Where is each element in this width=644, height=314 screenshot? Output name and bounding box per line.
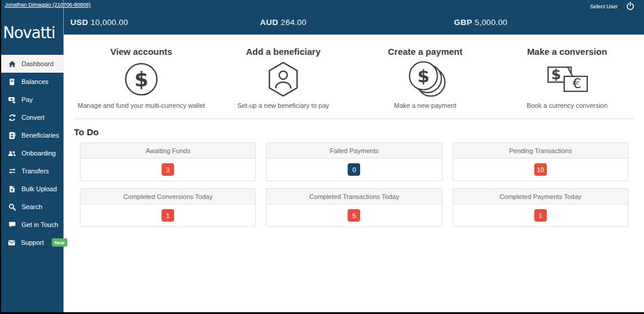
action-title: Make a conversion <box>496 46 638 57</box>
sidebar: Novatti Dashboard Balances Pay Convert B… <box>0 0 64 312</box>
search-icon <box>8 203 16 211</box>
home-icon <box>8 60 16 68</box>
sidebar-item-pay[interactable]: Pay <box>1 91 64 108</box>
svg-text:$: $ <box>552 66 561 82</box>
sidebar-menu: Dashboard Balances Pay Convert Beneficia… <box>1 55 64 251</box>
novatti-logo: Novatti <box>3 24 64 42</box>
sidebar-item-label: Support <box>21 239 44 246</box>
chat-bubble-icon <box>8 221 16 228</box>
top-bar: USD10,000.00 AUD264.00 GBP5,000.00 Selec… <box>0 0 644 36</box>
quick-actions: View accounts $ Manage and fund your mul… <box>64 37 644 109</box>
sidebar-item-get-in-touch[interactable]: Get in Touch <box>1 216 64 234</box>
todo-card-pending-transactions[interactable]: Pending Transactions 10 <box>453 142 628 181</box>
action-description: Set-up a new beneficiary to pay <box>212 102 354 109</box>
action-view-accounts[interactable]: View accounts $ Manage and fund your mul… <box>70 46 212 109</box>
action-title: Add a beneficiary <box>212 46 354 57</box>
count-badge: 1 <box>162 209 174 222</box>
sidebar-item-beneficiaries[interactable]: Beneficiaries <box>1 126 64 144</box>
svg-text:$: $ <box>417 66 429 86</box>
todo-heading: To Do <box>74 127 644 137</box>
count-badge: 1 <box>534 209 547 222</box>
sidebar-item-search[interactable]: Search <box>1 198 64 216</box>
action-make-conversion[interactable]: Make a conversion $€ Book a currency con… <box>496 46 638 109</box>
sidebar-item-support[interactable]: Support New <box>1 234 64 251</box>
sidebar-item-label: Convert <box>21 114 45 121</box>
currency-code: AUD <box>260 18 278 27</box>
sidebar-item-label: Balances <box>21 78 48 85</box>
envelope-icon <box>8 240 16 246</box>
currency-amount: 10,000.00 <box>91 18 128 27</box>
address-book-icon <box>8 132 16 139</box>
sidebar-item-label: Transfers <box>21 167 49 175</box>
new-badge: New <box>52 238 67 247</box>
action-description: Make a new payment <box>354 102 496 109</box>
sidebar-item-label: Get in Touch <box>21 221 58 228</box>
todo-card-awaiting-funds[interactable]: Awaiting Funds 3 <box>80 142 256 181</box>
action-title: Create a payment <box>354 46 496 57</box>
todo-card-completed-payments-today[interactable]: Completed Payments Today 1 <box>453 188 628 227</box>
current-user-link[interactable]: Jonathan Dimaggio (210706-80808) <box>5 2 91 8</box>
sidebar-item-label: Dashboard <box>21 60 54 67</box>
count-badge: 3 <box>162 163 174 176</box>
action-title: View accounts <box>70 46 212 57</box>
main-content: View accounts $ Manage and fund your mul… <box>64 37 644 310</box>
section-divider <box>74 119 634 119</box>
sidebar-item-label: Search <box>21 203 42 210</box>
card-title: Completed Payments Today <box>453 189 628 204</box>
count-badge: 10 <box>534 163 547 176</box>
sidebar-item-balances[interactable]: Balances <box>1 73 64 91</box>
sync-arrows-icon <box>8 114 16 122</box>
action-create-payment[interactable]: Create a payment $ Make a new payment <box>354 46 496 109</box>
select-user-button[interactable]: Select User <box>590 4 618 10</box>
currency-amount: 5,000.00 <box>475 18 507 27</box>
beneficiary-hexagon-icon <box>212 57 354 102</box>
svg-text:$: $ <box>134 68 148 91</box>
coins-icon: $ <box>354 57 496 102</box>
sidebar-item-label: Beneficiaries <box>21 132 59 139</box>
card-title: Pending Transactions <box>453 143 628 158</box>
action-description: Book a currency conversion <box>496 102 638 109</box>
currency-amount: 264.00 <box>281 18 306 27</box>
todo-card-failed-payments[interactable]: Failed Payments 0 <box>266 142 442 181</box>
card-title: Awaiting Funds <box>80 143 255 158</box>
currency-exchange-icon: $€ <box>496 57 638 102</box>
card-title: Completed Conversions Today <box>80 189 255 204</box>
currency-balance-gbp: GBP5,000.00 <box>454 18 507 27</box>
sidebar-item-transfers[interactable]: Transfers <box>1 162 64 180</box>
card-title: Completed Transactions Today <box>267 189 441 204</box>
action-description: Manage and fund your multi-currency wall… <box>70 102 212 109</box>
money-send-icon <box>8 96 16 104</box>
app-window: USD10,000.00 AUD264.00 GBP5,000.00 Selec… <box>0 0 644 312</box>
count-badge: 5 <box>348 209 360 222</box>
action-add-beneficiary[interactable]: Add a beneficiary Set-up a new beneficia… <box>212 46 354 109</box>
users-icon <box>8 150 16 157</box>
sidebar-item-onboarding[interactable]: Onboarding <box>1 144 64 162</box>
currency-code: GBP <box>454 18 472 27</box>
svg-text:€: € <box>572 75 581 91</box>
card-title: Failed Payments <box>267 143 441 158</box>
todo-card-completed-conversions-today[interactable]: Completed Conversions Today 1 <box>80 188 256 227</box>
todo-grid: Awaiting Funds 3 Failed Payments 0 Pendi… <box>80 142 628 227</box>
power-icon[interactable] <box>626 2 634 10</box>
file-upload-icon <box>8 185 16 193</box>
dollar-circle-icon: $ <box>70 57 212 102</box>
exchange-arrows-icon <box>8 167 16 175</box>
sidebar-item-label: Bulk Upload <box>21 185 57 192</box>
currency-balance-usd: USD10,000.00 <box>70 18 128 27</box>
sidebar-item-bulk-upload[interactable]: Bulk Upload <box>1 180 64 198</box>
count-badge: 0 <box>348 163 360 176</box>
todo-card-completed-transactions-today[interactable]: Completed Transactions Today 5 <box>266 188 442 227</box>
sidebar-item-label: Onboarding <box>21 150 56 157</box>
sidebar-item-convert[interactable]: Convert <box>1 108 64 126</box>
sidebar-item-label: Pay <box>21 96 33 103</box>
ledger-book-icon <box>8 78 16 86</box>
currency-code: USD <box>70 18 88 27</box>
currency-balance-aud: AUD264.00 <box>260 18 306 27</box>
sidebar-item-dashboard[interactable]: Dashboard <box>1 55 64 73</box>
